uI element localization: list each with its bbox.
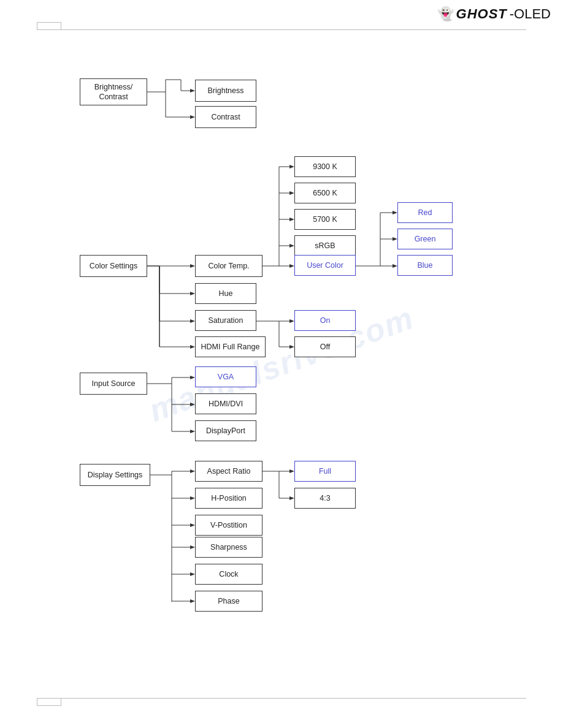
brightness-contrast-box: Brightness/ Contrast: [80, 78, 147, 105]
header: 👻 GHOST -OLED: [437, 6, 551, 22]
temp-9300-box: 9300 K: [294, 156, 356, 177]
red-box: Red: [397, 202, 453, 223]
blue-box: Blue: [397, 255, 453, 276]
v-position-box: V-Postition: [195, 515, 262, 536]
temp-srgb-box: sRGB: [294, 235, 356, 256]
phase-box: Phase: [195, 591, 262, 612]
ghost-icon: 👻: [437, 6, 454, 22]
aspect-ratio-box: Aspect Ratio: [195, 461, 262, 482]
temp-5700-box: 5700 K: [294, 209, 356, 230]
off-box: Off: [294, 336, 356, 357]
border-bottom: [37, 698, 526, 699]
on-box: On: [294, 310, 356, 331]
color-temp-box: Color Temp.: [195, 255, 262, 277]
user-color-box: User Color: [294, 255, 356, 276]
vga-box: VGA: [195, 366, 256, 387]
clock-box: Clock: [195, 564, 262, 585]
ratio-4-3-box: 4:3: [294, 488, 356, 509]
input-source-box: Input Source: [80, 373, 147, 395]
color-settings-box: Color Settings: [80, 255, 147, 277]
hdmi-full-range-box: HDMI Full Range: [195, 336, 266, 357]
full-box: Full: [294, 461, 356, 482]
displayport-box: DisplayPort: [195, 420, 256, 441]
sharpness-box: Sharpness: [195, 537, 262, 558]
diagram-arrows: [0, 0, 563, 728]
temp-6500-box: 6500 K: [294, 183, 356, 203]
corner-tab-top-left: [37, 22, 61, 29]
display-settings-box: Display Settings: [80, 464, 150, 486]
hdmi-dvi-box: HDMI/DVI: [195, 393, 256, 414]
hue-box: Hue: [195, 283, 256, 304]
corner-tab-bottom-left: [37, 699, 61, 706]
h-position-box: H-Position: [195, 488, 262, 509]
brand-suffix: -OLED: [510, 6, 551, 22]
saturation-box: Saturation: [195, 310, 256, 331]
contrast-box: Contrast: [195, 106, 256, 128]
green-box: Green: [397, 229, 453, 249]
brightness-box: Brightness: [195, 80, 256, 102]
brand-name: GHOST: [456, 6, 507, 22]
border-top: [37, 29, 526, 30]
watermark: manualsrive.com: [144, 299, 419, 429]
